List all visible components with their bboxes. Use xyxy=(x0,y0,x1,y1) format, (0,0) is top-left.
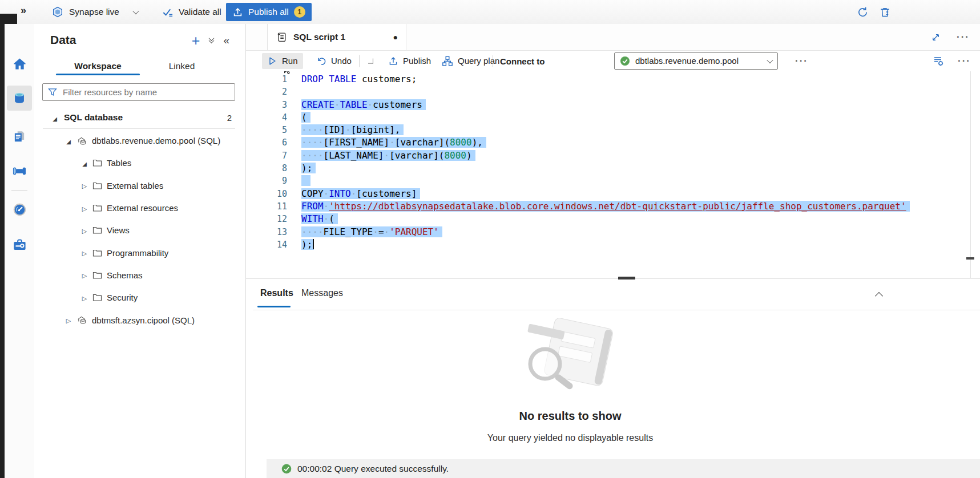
db-tree-items: dbtlabs.revenue.demo.pool (SQL)TablesExt… xyxy=(34,129,245,331)
nav-develop-button[interactable] xyxy=(7,124,32,149)
code-text: ····FILE_TYPE·=·'PARQUET' xyxy=(301,226,442,237)
nav-data-button[interactable] xyxy=(7,86,32,111)
folder-icon xyxy=(92,226,102,234)
tree-item-dbtlabs-revenue-demo-pool-sql[interactable]: dbtlabs.revenue.demo.pool (SQL) xyxy=(34,129,245,152)
collapse-results-icon[interactable] xyxy=(876,291,882,301)
tree-item-schemas[interactable]: Schemas xyxy=(34,264,245,286)
publish-all-button[interactable]: Publish all 1 xyxy=(226,3,312,21)
run-button[interactable]: Run xyxy=(262,53,303,69)
run-options-chevron-icon[interactable] xyxy=(368,58,373,63)
code-line[interactable]: 13····FILE_TYPE·=·'PARQUET' xyxy=(246,226,969,238)
folder-icon xyxy=(92,293,102,302)
refresh-icon[interactable] xyxy=(856,6,869,19)
tab-workspace[interactable]: Workspace xyxy=(56,56,140,75)
code-line[interactable]: 10COPY·INTO·[customers] xyxy=(246,188,969,200)
tab-title: SQL script 1 xyxy=(293,32,345,42)
home-icon xyxy=(12,56,27,72)
code-line[interactable]: 3CREATE·TABLE·customers xyxy=(246,99,969,111)
discard-trash-icon[interactable] xyxy=(878,6,892,19)
section-label: SQL database xyxy=(64,112,123,123)
code-line[interactable]: 2 xyxy=(246,86,969,98)
code-line[interactable]: 4( xyxy=(246,111,969,124)
nav-home-button[interactable] xyxy=(7,51,32,76)
line-number: 12 xyxy=(246,213,287,225)
tree-item-label: Schemas xyxy=(107,270,143,280)
line-number: 1 xyxy=(246,73,287,86)
twistie-collapsed-icon[interactable] xyxy=(80,225,89,236)
no-results-subtitle: Your query yielded no displayable result… xyxy=(487,433,653,443)
text-caret xyxy=(313,239,314,249)
code-line[interactable]: 7····[LAST_NAME]·[varchar](8000) xyxy=(246,149,969,162)
tree-item-external-resources[interactable]: External resources xyxy=(34,197,245,219)
sql-database-section[interactable]: SQL database 2 xyxy=(34,107,245,128)
twistie-expanded-icon[interactable] xyxy=(80,158,89,168)
twistie-expanded-icon[interactable] xyxy=(64,136,73,146)
data-explorer-panel: Data Workspace Linked SQL database 2 dbt… xyxy=(34,24,245,478)
toolbar-more-icon[interactable] xyxy=(795,58,808,64)
overview-ruler[interactable] xyxy=(970,71,971,278)
toolbar-divider xyxy=(493,55,493,67)
publish-button[interactable]: Publish xyxy=(383,53,436,69)
toolbar-overflow-icon[interactable] xyxy=(958,58,971,64)
sql-pool-icon xyxy=(76,315,87,325)
tree-item-label: External tables xyxy=(107,181,163,191)
query-plan-button[interactable]: Query plan xyxy=(437,52,505,70)
tab-results[interactable]: Results xyxy=(260,288,293,298)
filter-resources-input[interactable] xyxy=(62,87,229,98)
scrollbar-mark[interactable] xyxy=(966,257,974,260)
twistie-collapsed-icon[interactable] xyxy=(80,203,89,213)
data-database-icon xyxy=(11,90,27,106)
tab-sql-script-1[interactable]: SQL script 1 ● xyxy=(267,24,406,50)
properties-icon[interactable] xyxy=(932,55,945,67)
folder-icon xyxy=(92,181,102,190)
twistie-collapsed-icon[interactable] xyxy=(80,180,89,191)
double-chevron-down-icon[interactable] xyxy=(209,39,213,43)
twistie-collapsed-icon[interactable] xyxy=(80,293,89,303)
undo-button[interactable]: Undo xyxy=(311,53,357,69)
tab-linked[interactable]: Linked xyxy=(140,56,224,75)
connect-to-pool-dropdown[interactable]: dbtlabs.revenue.demo.pool xyxy=(614,52,778,70)
expand-sidebar-icon[interactable]: » xyxy=(21,5,26,17)
code-line[interactable]: 6····[FIRST_NAME]·[varchar](8000), xyxy=(246,136,969,149)
filter-funnel-icon xyxy=(48,88,57,96)
toolbar-divider xyxy=(359,55,360,67)
more-actions-icon[interactable] xyxy=(957,34,970,40)
line-number: 10 xyxy=(246,188,287,200)
code-line[interactable]: 9 xyxy=(246,175,969,187)
undo-label: Undo xyxy=(331,56,352,66)
code-line[interactable]: 8); xyxy=(246,162,969,175)
code-line[interactable]: 11FROM·'https://dbtlabsynapsedatalake.bl… xyxy=(246,200,969,213)
nav-manage-button[interactable] xyxy=(7,232,32,257)
twistie-collapsed-icon[interactable] xyxy=(80,248,89,258)
code-text: CREATE·TABLE·customers xyxy=(301,99,426,110)
sql-pool-icon xyxy=(76,136,87,146)
tree-item-programmability[interactable]: Programmability xyxy=(34,241,245,264)
twistie-collapsed-icon[interactable] xyxy=(80,270,89,280)
add-resource-icon[interactable] xyxy=(192,34,200,47)
tree-item-security[interactable]: Security xyxy=(34,286,245,309)
sql-code-editor[interactable]: 1DROP TABLE customers;23CREATE·TABLE·cus… xyxy=(246,71,980,278)
connected-check-icon xyxy=(620,56,630,66)
code-line[interactable]: 12WITH·( xyxy=(246,213,969,225)
code-line[interactable]: 1DROP TABLE customers; xyxy=(246,73,969,86)
synapse-live-selector[interactable]: Synapse live xyxy=(51,0,138,24)
tree-item-dbtmsft-azsyn-cipool-sql[interactable]: dbtmsft.azsyn.cipool (SQL) xyxy=(34,309,245,331)
nav-monitor-button[interactable] xyxy=(7,197,32,222)
nav-integrate-button[interactable] xyxy=(7,159,32,184)
twistie-collapsed-icon[interactable] xyxy=(64,315,73,325)
tree-item-tables[interactable]: Tables xyxy=(34,152,245,174)
mouse-cursor xyxy=(284,71,293,75)
validate-all-button[interactable]: Validate all xyxy=(162,0,221,24)
tab-messages[interactable]: Messages xyxy=(301,288,343,298)
twistie-expanded-icon[interactable] xyxy=(50,112,59,123)
collapse-panel-icon[interactable] xyxy=(223,35,229,46)
code-line[interactable]: 5····[ID]·[bigint], xyxy=(246,124,969,136)
query-plan-icon xyxy=(442,55,453,67)
tree-item-views[interactable]: Views xyxy=(34,219,245,241)
expand-editor-icon[interactable] xyxy=(931,33,941,42)
results-splitter[interactable] xyxy=(246,278,980,279)
code-text: FROM·'https://dbtlabsynapsedatalake.blob… xyxy=(301,201,910,212)
code-line[interactable]: 14); xyxy=(246,238,969,251)
tree-item-external-tables[interactable]: External tables xyxy=(34,175,245,197)
folder-icon xyxy=(92,204,102,212)
